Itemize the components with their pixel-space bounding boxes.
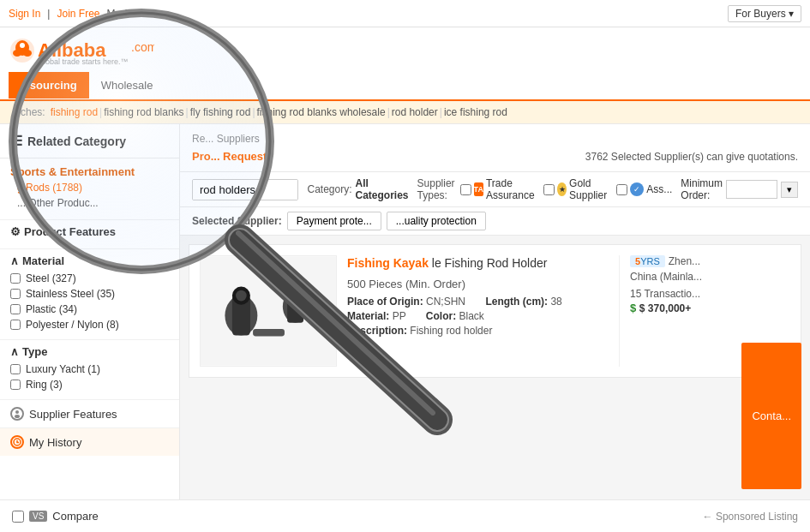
5yr-icon: 5 — [635, 256, 640, 266]
collapse-icon-type: ∧ — [10, 345, 19, 358]
supplier-tag-quality[interactable]: ...uality protection — [387, 212, 486, 230]
search-tags-strip: ...ches: fishing rod | fishing rod blank… — [0, 101, 810, 124]
luxury-label: Luxury Yacht (1) — [26, 363, 100, 375]
search-box: 🔍 ▾ — [192, 179, 298, 200]
my-history-item[interactable]: My History — [0, 427, 179, 456]
years-badge: 5YRS — [630, 255, 665, 267]
product-info: Fishing Kayak le Fishing Rod Holder 500 … — [347, 255, 609, 367]
ring-label: Ring (3) — [26, 379, 63, 391]
filter-steel: Steel (327) — [10, 272, 169, 284]
for-buyers-button[interactable]: For Buyers ▾ — [728, 5, 801, 22]
join-free-link[interactable]: Join Free — [57, 8, 99, 20]
header-right: For Buyers ▾ — [728, 5, 801, 22]
product-description: Description: Fishing rod holder — [347, 325, 609, 337]
search-tag-6[interactable]: ice fishing rod — [444, 106, 507, 118]
title-fishing: Fishing — [347, 256, 390, 270]
min-order-label: Minimum Order: — [681, 177, 723, 201]
filter-plastic: Plastic (34) — [10, 303, 169, 315]
polyester-label: Polyester / Nylon (8) — [26, 319, 119, 331]
tab-wholesale[interactable]: Wholesale — [89, 72, 165, 99]
sep3: | — [252, 106, 255, 118]
supplier-name[interactable]: Zhen... — [669, 255, 700, 267]
search-tag-4[interactable]: fishing rod blanks wholesale — [257, 106, 386, 118]
sidebar-item-rods[interactable]: g Rods (1788) — [10, 182, 169, 194]
product-features-section: ⚙ Product Features — [0, 219, 179, 248]
supplier-tags-row: Selected Supplier: Payment prote... ...u… — [180, 207, 810, 236]
header-sep: | — [47, 8, 50, 20]
my-history-label: My History — [29, 436, 81, 449]
compare-label[interactable]: Compare — [52, 510, 98, 523]
tab-sourcing[interactable]: ...sourcing — [9, 72, 89, 99]
search-input[interactable] — [193, 180, 298, 200]
plastic-label: Plastic (34) — [26, 303, 77, 315]
type-toggle[interactable]: ∧ Type — [10, 345, 169, 358]
min-order-arrow[interactable]: ▾ — [781, 182, 798, 198]
related-category-title: Related Category — [27, 134, 126, 148]
sidebar-item-other[interactable]: ... Other Produc... — [10, 197, 169, 209]
sep5: | — [440, 106, 442, 118]
sign-in-link[interactable]: Sign In — [9, 8, 40, 20]
search-tags-label: ...ches: — [12, 106, 45, 118]
svg-point-2 — [13, 50, 21, 57]
table-row: Fishing Kayak le Fishing Rod Holder 500 … — [189, 244, 801, 378]
steel-checkbox[interactable] — [10, 273, 21, 284]
supplier-types-label: Supplier Types: — [417, 177, 455, 201]
sidebar: ☰ Related Category Sports & Entertainmen… — [0, 124, 180, 521]
supplier-features-item[interactable]: Supplier Features — [0, 399, 179, 427]
svg-point-15 — [236, 290, 247, 302]
plastic-checkbox[interactable] — [10, 304, 21, 314]
search-filter-row: 🔍 ▾ Category: All Categories Supplier Ty… — [180, 172, 810, 207]
ta-icon: TA — [474, 182, 483, 196]
ta-checkbox[interactable] — [460, 184, 471, 195]
s-abbr: S — [653, 256, 659, 266]
gs-checkbox[interactable] — [543, 184, 555, 195]
pro-request-label: Pro... Request — [192, 150, 267, 163]
search-tag-1[interactable]: fishing rod — [51, 106, 98, 118]
compare-checkbox[interactable] — [12, 511, 24, 523]
type-label: Type — [22, 345, 47, 358]
my-alibaba-link[interactable]: My Ali... — [107, 8, 143, 20]
ass-checkbox[interactable] — [616, 184, 627, 195]
header-left: Sign In | Join Free My Ali... — [9, 8, 143, 20]
transaction-amount: $ $ 370,000+ — [630, 302, 790, 314]
search-tag-5[interactable]: rod holder — [392, 106, 438, 118]
supplier-features-icon — [10, 407, 24, 421]
supplier-tag-payment[interactable]: Payment prote... — [287, 212, 381, 230]
product-moq: 500 Pieces (Min. Order) — [347, 278, 609, 290]
material-label: Material — [22, 254, 64, 267]
ring-checkbox[interactable] — [10, 380, 21, 390]
sep1: | — [99, 106, 102, 118]
category-label: Category: — [307, 183, 351, 195]
sidebar-categories: Sports & Entertainment g Rods (1788) ...… — [0, 158, 179, 219]
search-tag-3[interactable]: fly fishing rod — [190, 106, 251, 118]
ass-filter: ✓ Ass... — [616, 182, 672, 196]
product-title: Fishing Kayak le Fishing Rod Holder — [347, 255, 609, 272]
gs-label: Gold Supplier — [569, 177, 611, 201]
gs-filter: ★ Gold Supplier — [543, 177, 611, 201]
category-filter: Category: All Categories — [307, 177, 408, 201]
ta-filter: TA Trade Assurance — [460, 177, 539, 201]
search-tag-2[interactable]: fishing rod blanks — [104, 106, 183, 118]
results-bar: Pro... Request 3762 Selected Supplier(s)… — [192, 150, 798, 163]
product-features-toggle[interactable]: ⚙ Product Features — [10, 225, 169, 238]
svg-rect-11 — [201, 257, 336, 365]
stainless-checkbox[interactable] — [10, 289, 21, 299]
polyester-checkbox[interactable] — [10, 320, 21, 330]
compare-row: VS Compare — [12, 510, 99, 523]
contact-button[interactable]: Conta... — [741, 343, 801, 489]
main-layout: ☰ Related Category Sports & Entertainmen… — [0, 124, 810, 521]
svg-text:Global trade starts here.™: Global trade starts here.™ — [38, 57, 129, 65]
product-image-svg — [201, 256, 336, 366]
sidebar-item-sports[interactable]: Sports & Entertainment — [10, 165, 169, 178]
svg-point-9 — [15, 415, 20, 418]
min-order-input[interactable] — [726, 180, 777, 199]
luxury-checkbox[interactable] — [10, 364, 21, 374]
ass-label: Ass... — [646, 183, 672, 195]
material-toggle[interactable]: ∧ Material — [10, 254, 169, 267]
filter-polyester: Polyester / Nylon (8) — [10, 319, 169, 331]
sidebar-header: ☰ Related Category — [0, 124, 179, 158]
moq-label: (Min. Order) — [405, 278, 465, 290]
product-material: Material: PP Color: Black — [347, 310, 609, 322]
alibaba-logo-svg: Alibaba .com Global trade starts here.™ — [9, 36, 154, 65]
product-features-icon: ⚙ — [10, 225, 21, 238]
